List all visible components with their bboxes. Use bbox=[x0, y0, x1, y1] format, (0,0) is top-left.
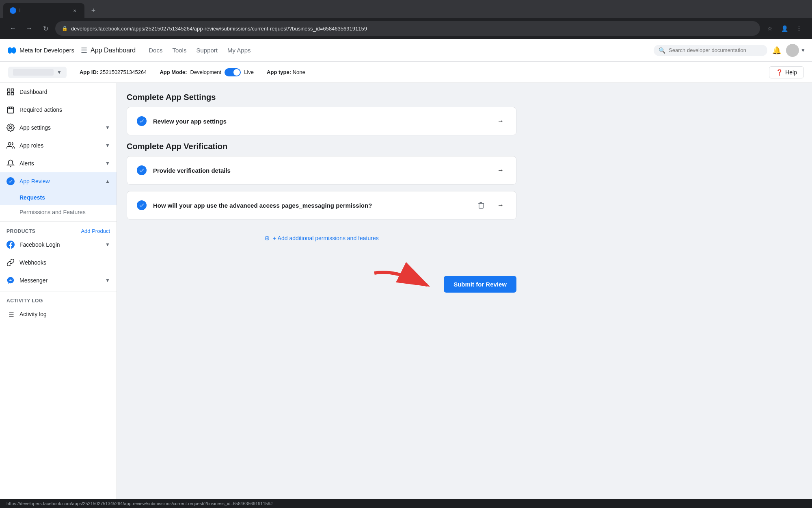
review-settings-row: Review your app settings → bbox=[127, 107, 516, 135]
profile-icon[interactable]: 👤 bbox=[778, 22, 791, 35]
alerts-chevron-icon: ▼ bbox=[105, 161, 110, 166]
sidebar-dashboard-label: Dashboard bbox=[19, 89, 110, 95]
app-mode-toggle[interactable] bbox=[225, 68, 241, 76]
sidebar-item-dashboard[interactable]: Dashboard bbox=[0, 83, 117, 101]
nav-my-apps[interactable]: My Apps bbox=[227, 45, 251, 55]
content-area: Complete App Settings Review your app se… bbox=[117, 83, 812, 508]
forward-button[interactable]: → bbox=[23, 22, 36, 35]
review-icon bbox=[6, 177, 15, 185]
app-review-chevron-icon: ▲ bbox=[105, 178, 110, 184]
checkmark-icon-3 bbox=[139, 202, 145, 208]
app-selector[interactable]: ▼ bbox=[8, 67, 67, 78]
header-search[interactable]: 🔍 bbox=[654, 45, 767, 56]
pages-messaging-delete-button[interactable] bbox=[475, 200, 487, 211]
app-type-label: App type: bbox=[267, 69, 291, 75]
sidebar-subitem-permissions-features[interactable]: Permissions and Features bbox=[0, 205, 117, 219]
search-icon: 🔍 bbox=[659, 47, 665, 54]
add-permissions-label: + Add additional permissions and feature… bbox=[273, 235, 378, 241]
main-layout: Dashboard Required actions App settings … bbox=[0, 83, 812, 508]
svg-point-9 bbox=[8, 143, 11, 145]
back-button[interactable]: ← bbox=[6, 22, 19, 35]
meta-logo-text: Meta for Developers bbox=[19, 47, 74, 54]
app-id-info: App ID: 2521502751345264 bbox=[80, 69, 147, 75]
settings-icon bbox=[6, 124, 15, 132]
nav-docs[interactable]: Docs bbox=[149, 45, 162, 55]
help-button[interactable]: ❓ Help bbox=[769, 66, 804, 78]
notifications-icon[interactable]: 🔔 bbox=[772, 46, 781, 55]
svg-rect-0 bbox=[8, 89, 10, 91]
svg-rect-3 bbox=[11, 93, 14, 95]
sidebar-item-messenger[interactable]: Messenger ▼ bbox=[0, 271, 117, 289]
app-settings-card: Review your app settings → bbox=[127, 107, 516, 135]
sidebar-app-roles-label: App roles bbox=[19, 142, 100, 149]
address-bar[interactable]: 🔒 developers.facebook.com/apps/252150275… bbox=[55, 21, 760, 36]
profile-area[interactable]: ▼ bbox=[786, 44, 806, 57]
browser-tab[interactable]: i ✕ bbox=[3, 3, 84, 18]
profile-chevron-icon: ▼ bbox=[801, 48, 806, 53]
header-nav: Docs Tools Support My Apps bbox=[149, 45, 654, 55]
help-icon: ❓ bbox=[776, 69, 783, 76]
search-input[interactable] bbox=[669, 47, 762, 53]
pages-messaging-arrow-button[interactable]: → bbox=[495, 200, 506, 211]
sidebar-item-webhooks[interactable]: Webhooks bbox=[0, 254, 117, 271]
svg-rect-1 bbox=[11, 89, 14, 91]
profile-picture bbox=[786, 44, 799, 57]
refresh-button[interactable]: ↻ bbox=[39, 22, 52, 35]
webhooks-icon bbox=[6, 258, 15, 267]
app-mode-label: App Mode: bbox=[160, 69, 187, 75]
sidebar-item-app-settings[interactable]: App settings ▼ bbox=[0, 119, 117, 137]
checkmark-icon-2 bbox=[139, 167, 145, 173]
provide-verification-arrow-button[interactable]: → bbox=[495, 165, 506, 176]
app-selector-name bbox=[13, 69, 54, 76]
menu-icon[interactable]: ⋮ bbox=[793, 22, 806, 35]
submit-arrow-annotation bbox=[362, 265, 451, 302]
hamburger-button[interactable]: ☰ bbox=[81, 46, 87, 55]
add-permissions-link[interactable]: ⊕ + Add additional permissions and featu… bbox=[127, 226, 516, 250]
app-dashboard-label[interactable]: App Dashboard bbox=[91, 47, 136, 54]
status-url: https://developers.facebook.com/apps/252… bbox=[6, 501, 273, 506]
checkmark-icon bbox=[139, 118, 145, 124]
content-inner: Complete App Settings Review your app se… bbox=[127, 93, 516, 297]
products-label: Products bbox=[6, 228, 35, 234]
add-product-link[interactable]: Add Product bbox=[81, 228, 110, 234]
new-tab-button[interactable]: + bbox=[88, 5, 99, 16]
sidebar-item-activity-log[interactable]: Activity log bbox=[0, 305, 117, 323]
roles-icon bbox=[6, 141, 15, 150]
meta-header: Meta for Developers ☰ App Dashboard Docs… bbox=[0, 39, 812, 62]
activity-section-title: Activity log bbox=[6, 298, 43, 304]
sidebar-item-required-actions[interactable]: Required actions bbox=[0, 101, 117, 119]
messenger-icon bbox=[6, 276, 15, 284]
pages-messaging-check bbox=[137, 200, 147, 210]
add-permissions-plus-icon: ⊕ bbox=[264, 234, 270, 242]
messenger-chevron-icon: ▼ bbox=[105, 278, 110, 283]
bookmark-icon[interactable]: ☆ bbox=[763, 22, 776, 35]
sidebar-item-alerts[interactable]: Alerts ▼ bbox=[0, 154, 117, 172]
svg-rect-4 bbox=[8, 107, 14, 113]
sidebar-subitem-requests[interactable]: Requests bbox=[0, 190, 117, 205]
sidebar-item-app-review[interactable]: App Review ▲ bbox=[0, 172, 117, 190]
sidebar-item-facebook-login[interactable]: Facebook Login ▼ bbox=[0, 236, 117, 254]
app-selector-chevron-icon: ▼ bbox=[57, 69, 62, 75]
complete-app-settings-title: Complete App Settings bbox=[127, 93, 516, 102]
complete-app-verification-title: Complete App Verification bbox=[127, 142, 516, 151]
review-settings-arrow-button[interactable]: → bbox=[495, 115, 506, 127]
requests-label: Requests bbox=[19, 194, 45, 201]
activity-log-icon bbox=[6, 310, 15, 318]
provide-verification-row: Provide verification details → bbox=[127, 156, 516, 184]
submit-for-review-button[interactable]: Submit for Review bbox=[444, 276, 516, 293]
nav-support[interactable]: Support bbox=[196, 45, 218, 55]
browser-toolbar: ← → ↻ 🔒 developers.facebook.com/apps/252… bbox=[0, 18, 812, 39]
required-icon bbox=[6, 106, 15, 114]
close-tab-button[interactable]: ✕ bbox=[71, 7, 78, 14]
help-label: Help bbox=[785, 69, 797, 76]
tab-favicon bbox=[10, 7, 16, 14]
app-roles-chevron-icon: ▼ bbox=[105, 143, 110, 148]
nav-tools[interactable]: Tools bbox=[172, 45, 186, 55]
app-settings-chevron-icon: ▼ bbox=[105, 125, 110, 130]
permissions-features-label: Permissions and Features bbox=[19, 209, 86, 215]
pages-messaging-card: How will your app use the advanced acces… bbox=[127, 191, 516, 219]
sidebar-item-app-roles[interactable]: App roles ▼ bbox=[0, 137, 117, 154]
lock-icon: 🔒 bbox=[62, 26, 68, 31]
sidebar-divider-1 bbox=[0, 221, 117, 221]
app-mode-container: App Mode: Development Live bbox=[160, 68, 254, 76]
